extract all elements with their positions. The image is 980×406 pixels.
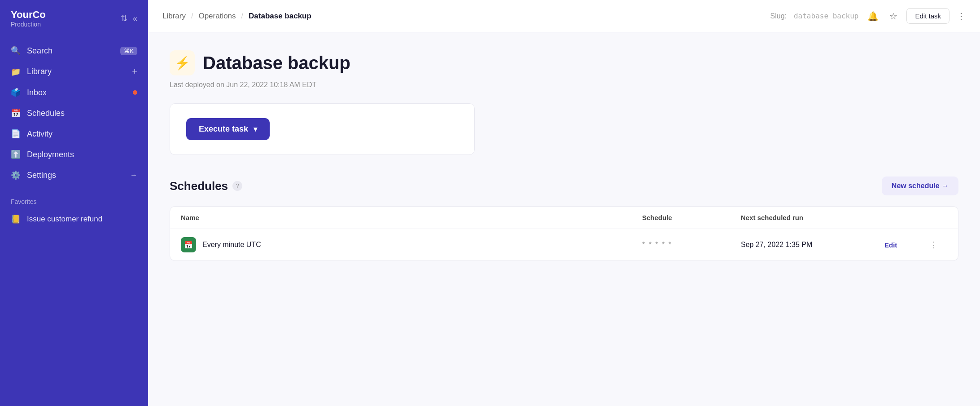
favorite-star-icon[interactable]: ☆ [888, 9, 899, 23]
sidebar-fav-label: Issue customer refund [27, 215, 102, 224]
inbox-notification-dot [133, 90, 137, 95]
search-shortcut-badge: ⌘K [120, 47, 137, 55]
slug-label: Slug: [770, 12, 787, 20]
sidebar-nav: 🔍 Search ⌘K 📁 Library + 🗳️ Inbox 📅 Sched… [0, 37, 148, 189]
library-icon: 📁 [11, 67, 21, 77]
favorites-section-label: Favorites [0, 189, 148, 209]
add-library-icon[interactable]: + [132, 66, 137, 77]
brand-name: YourCo [11, 9, 46, 21]
main-area: Library / Operations / Database backup S… [148, 0, 980, 406]
notebook-icon: 📒 [11, 214, 21, 224]
sidebar-item-label: Inbox [27, 88, 127, 97]
sidebar-item-deployments[interactable]: ⬆️ Deployments [0, 144, 148, 165]
sidebar-item-label: Activity [27, 129, 137, 139]
slug-value: database_backup [794, 12, 859, 20]
more-options-icon[interactable]: ⋮ [957, 11, 966, 22]
schedules-help-icon[interactable]: ? [232, 181, 242, 191]
settings-icon: ⚙️ [11, 170, 21, 180]
task-icon: ⚡ [170, 50, 195, 75]
sidebar-item-library[interactable]: 📁 Library + [0, 61, 148, 82]
breadcrumb: Library / Operations / Database backup [162, 12, 770, 21]
sidebar-item-schedules[interactable]: 📅 Schedules [0, 103, 148, 124]
breadcrumb-current: Database backup [249, 12, 311, 21]
sidebar-item-label: Deployments [27, 150, 137, 159]
notification-bell-icon[interactable]: 🔔 [866, 9, 880, 23]
new-schedule-button[interactable]: New schedule → [882, 177, 958, 195]
sidebar-item-label: Library [27, 67, 126, 76]
topbar: Library / Operations / Database backup S… [148, 0, 980, 32]
question-mark-icon: ? [236, 183, 239, 189]
col-schedule: Schedule [642, 214, 741, 221]
content-area: ⚡ Database backup Last deployed on Jun 2… [148, 32, 980, 406]
schedule-more-icon[interactable]: ⋮ [929, 240, 947, 250]
inbox-icon: 🗳️ [11, 88, 21, 97]
sidebar-header: YourCo Production ⇅ « [0, 0, 148, 37]
task-header: ⚡ Database backup [170, 50, 958, 75]
schedules-title: Schedules [170, 179, 228, 193]
schedule-edit-link[interactable]: Edit [884, 241, 929, 249]
task-meta: Last deployed on Jun 22, 2022 10:18 AM E… [170, 81, 958, 89]
search-icon: 🔍 [11, 46, 21, 56]
sidebar-item-label: Schedules [27, 109, 137, 118]
execute-chevron-icon: ▾ [254, 125, 257, 133]
schedule-next-run: Sep 27, 2022 1:35 PM [741, 241, 884, 249]
sidebar-item-label: Settings [27, 171, 124, 180]
sidebar-item-label: Search [27, 46, 114, 56]
sidebar-header-icons: ⇅ « [121, 13, 137, 23]
col-next-run: Next scheduled run [741, 214, 884, 221]
calendar-icon: 📅 [181, 237, 196, 252]
collapse-sidebar-icon[interactable]: « [133, 14, 137, 23]
col-more [929, 214, 947, 221]
schedules-section-header: Schedules ? New schedule → [170, 177, 958, 195]
topbar-right: Slug: database_backup 🔔 ☆ Edit task ⋮ [770, 8, 966, 24]
sidebar: YourCo Production ⇅ « 🔍 Search ⌘K 📁 Libr… [0, 0, 148, 406]
breadcrumb-sep-1: / [191, 12, 193, 20]
execute-task-label: Execute task [199, 124, 248, 134]
sidebar-item-inbox[interactable]: 🗳️ Inbox [0, 82, 148, 103]
sidebar-item-activity[interactable]: 📄 Activity [0, 124, 148, 144]
schedules-table: Name Schedule Next scheduled run 📅 Every… [170, 206, 958, 261]
execute-task-button[interactable]: Execute task ▾ [186, 118, 270, 140]
schedule-name: Every minute UTC [202, 241, 261, 249]
task-title: Database backup [203, 53, 350, 73]
sidebar-brand: YourCo Production [11, 9, 46, 28]
schedules-icon: 📅 [11, 108, 21, 118]
schedule-name-cell: 📅 Every minute UTC [181, 237, 642, 252]
schedules-title-row: Schedules ? [170, 179, 242, 193]
lightning-icon: ⚡ [175, 56, 190, 71]
breadcrumb-sep-2: / [241, 12, 243, 20]
schedule-cron: * * * * * [642, 241, 741, 249]
deployments-icon: ⬆️ [11, 150, 21, 159]
execute-card: Execute task ▾ [170, 103, 475, 155]
sidebar-item-settings[interactable]: ⚙️ Settings → [0, 165, 148, 185]
breadcrumb-operations[interactable]: Operations [198, 12, 236, 21]
col-name: Name [181, 214, 642, 221]
breadcrumb-library[interactable]: Library [162, 12, 186, 21]
brand-env: Production [11, 21, 46, 28]
sidebar-item-issue-customer-refund[interactable]: 📒 Issue customer refund [0, 209, 148, 229]
schedules-table-header: Name Schedule Next scheduled run [170, 207, 958, 229]
edit-task-button[interactable]: Edit task [906, 8, 949, 24]
activity-icon: 📄 [11, 129, 21, 139]
settings-arrow-icon: → [130, 171, 137, 179]
sidebar-item-search[interactable]: 🔍 Search ⌘K [0, 40, 148, 61]
col-actions [884, 214, 929, 221]
table-row: 📅 Every minute UTC * * * * * Sep 27, 202… [170, 229, 958, 260]
environment-switcher-icon[interactable]: ⇅ [121, 13, 127, 23]
